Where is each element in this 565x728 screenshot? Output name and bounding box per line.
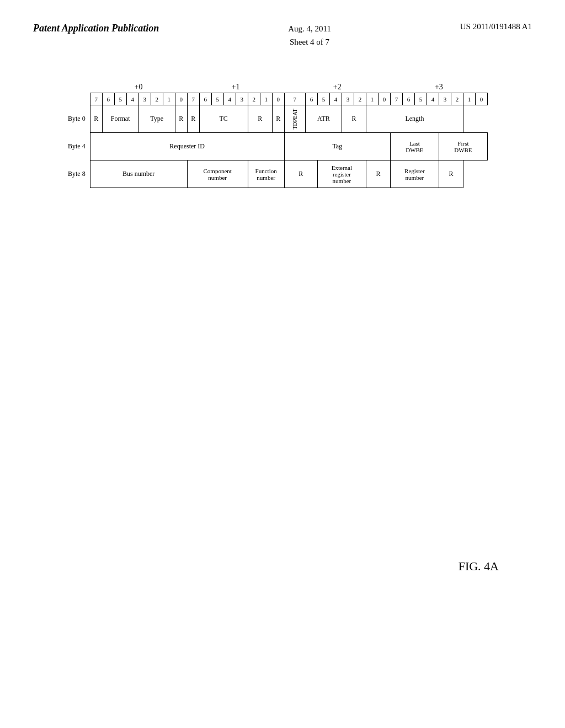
byte0-label: Byte 0 — [66, 105, 90, 133]
byte0-row: Byte 0 R Format Type R R TC R R — [66, 105, 487, 133]
sheet-info: Sheet 4 of 7 — [288, 35, 331, 49]
bit-0-0: 0 — [175, 93, 187, 105]
bit-1-0: 1 — [163, 93, 175, 105]
byte4-requester-id: Requester ID — [90, 133, 284, 160]
figure-label-text: FIG. 4A — [459, 559, 499, 573]
bit-2-2: 2 — [354, 93, 366, 105]
byte0-tc: TC — [199, 105, 248, 133]
header-center: Aug. 4, 2011 Sheet 4 of 7 — [288, 22, 331, 49]
byte0-r2: R — [175, 105, 187, 133]
bit-7-3: 7 — [390, 93, 402, 105]
group-header-3: +3 — [390, 82, 487, 93]
byte4-first-dwbe: FirstDWBE — [439, 133, 487, 160]
patent-number: US 2011/0191488 A1 — [460, 22, 532, 31]
bit-1-2: 1 — [366, 93, 378, 105]
byte8-r3: R — [439, 160, 463, 188]
byte0-type: Type — [138, 105, 175, 133]
bit-number-row: 7 6 5 4 3 2 1 0 7 6 5 4 3 2 1 0 — [66, 93, 487, 105]
page-header: Patent Application Publication Aug. 4, 2… — [0, 0, 565, 60]
bit-7-0: 7 — [90, 93, 102, 105]
label-spacer — [66, 82, 90, 93]
bit-6-3: 6 — [402, 93, 414, 105]
bit-4-0: 4 — [126, 93, 138, 105]
main-content: +0 +1 +2 +3 7 6 5 4 3 2 1 0 — [0, 60, 565, 199]
bit-3-3: 3 — [439, 93, 451, 105]
bit-4-1: 4 — [223, 93, 236, 105]
byte0-r6: R — [342, 105, 366, 133]
byte8-row: Byte 8 Bus number Componentnumber Functi… — [66, 160, 487, 188]
byte8-r2: R — [366, 160, 390, 188]
bit-0-1: 0 — [272, 93, 284, 105]
bit-3-0: 3 — [138, 93, 151, 105]
bit-4-3: 4 — [427, 93, 439, 105]
bit-6-1: 6 — [199, 93, 211, 105]
bit-7-2: 7 — [284, 93, 305, 105]
bit-6-0: 6 — [102, 93, 114, 105]
byte0-r5: R — [272, 105, 284, 133]
byte4-last-dwbe: LastDWBE — [390, 133, 439, 160]
group-header-0: +0 — [90, 82, 187, 93]
byte0-tdpeat: TDPEAT — [284, 105, 305, 133]
figure-label: FIG. 4A — [459, 559, 499, 574]
byte0-atr: ATR — [305, 105, 342, 133]
bit-2-0: 2 — [151, 93, 163, 105]
table-wrapper: +0 +1 +2 +3 7 6 5 4 3 2 1 0 — [66, 82, 488, 188]
byte4-row: Byte 4 Requester ID Tag LastDWBE FirstDW… — [66, 133, 487, 160]
bit-3-1: 3 — [236, 93, 248, 105]
column-group-header-row: +0 +1 +2 +3 — [66, 82, 487, 93]
bit-5-3: 5 — [414, 93, 427, 105]
bit-5-0: 5 — [114, 93, 126, 105]
publication-title: Patent Application Publication — [33, 22, 159, 35]
bit-0-3: 0 — [475, 93, 487, 105]
group-header-2: +2 — [284, 82, 390, 93]
byte0-r4: R — [248, 105, 272, 133]
publication-date: Aug. 4, 2011 — [288, 22, 331, 35]
byte8-bus-number: Bus number — [90, 160, 187, 188]
bit-4-2: 4 — [329, 93, 342, 105]
bit-2-3: 2 — [451, 93, 463, 105]
byte8-function-number: Functionnumber — [248, 160, 284, 188]
bit-7-1: 7 — [187, 93, 199, 105]
bit-1-1: 1 — [260, 93, 272, 105]
byte0-length: Length — [366, 105, 463, 133]
byte8-component-number: Componentnumber — [187, 160, 248, 188]
bit-5-1: 5 — [211, 93, 223, 105]
byte0-r1: R — [90, 105, 102, 133]
byte8-external-register: Externalregisternumber — [317, 160, 366, 188]
bit-2-1: 2 — [248, 93, 260, 105]
bit-0-2: 0 — [378, 93, 390, 105]
byte4-tag: Tag — [284, 133, 390, 160]
byte8-r1: R — [284, 160, 317, 188]
bit-1-3: 1 — [463, 93, 475, 105]
bit-5-2: 5 — [317, 93, 329, 105]
bit-3-2: 3 — [342, 93, 354, 105]
patent-table: +0 +1 +2 +3 7 6 5 4 3 2 1 0 — [66, 82, 488, 188]
group-header-1: +1 — [187, 82, 284, 93]
byte8-register-number: Registernumber — [390, 160, 439, 188]
bit-6-2: 6 — [305, 93, 317, 105]
bit-label-spacer — [66, 93, 90, 105]
byte8-label: Byte 8 — [66, 160, 90, 188]
byte0-r3: R — [187, 105, 199, 133]
byte0-format: Format — [102, 105, 138, 133]
byte4-label: Byte 4 — [66, 133, 90, 160]
